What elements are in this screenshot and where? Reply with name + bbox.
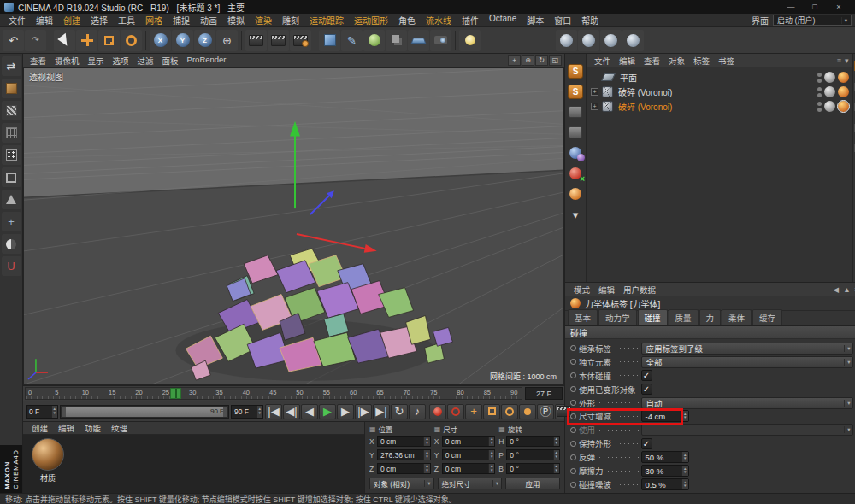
menu-帮助[interactable]: 帮助 — [576, 14, 604, 26]
dynamics-tag[interactable] — [838, 101, 849, 112]
material-menu-编辑[interactable]: 编辑 — [53, 422, 80, 434]
coord-field-位置-Y[interactable]: 276.36 cm▲▼ — [377, 449, 431, 460]
keyframe-dot-icon[interactable] — [570, 427, 576, 433]
object-menu-文件[interactable]: 文件 — [590, 55, 615, 67]
primitive-cube-icon[interactable] — [319, 30, 340, 51]
object-name[interactable]: 破碎 (Voronoi) — [616, 100, 674, 113]
material-ball-icon[interactable] — [600, 30, 622, 51]
keyframe-dot-icon[interactable] — [570, 400, 576, 406]
layers-tab-icon[interactable] — [849, 57, 855, 74]
dynamics-tag[interactable] — [838, 86, 849, 97]
coord-field-尺寸-X[interactable]: 0 cm▲▼ — [442, 436, 496, 447]
z-axis-lock-icon[interactable]: Z — [194, 30, 215, 51]
stepper-icon[interactable]: ▲▼ — [681, 411, 687, 421]
tab-质量[interactable]: 质量 — [669, 309, 699, 325]
goto-start-icon[interactable]: |◀ — [265, 404, 282, 419]
goto-end-icon[interactable]: ▶| — [373, 404, 390, 419]
snap-icon[interactable]: U — [2, 256, 21, 276]
render-marker-icon[interactable] — [555, 404, 572, 419]
object-name[interactable]: 破碎 (Voronoi) — [616, 85, 674, 98]
keyframe-dot-icon[interactable] — [570, 345, 576, 351]
coord-field-旋转-P[interactable]: 0 °▲▼ — [506, 449, 560, 460]
visibility-dots[interactable] — [817, 87, 822, 97]
stepper-icon[interactable]: ▲▼ — [553, 437, 559, 446]
stepper-icon[interactable]: ▲▼ — [423, 450, 429, 460]
visibility-dots[interactable] — [817, 73, 822, 83]
move-tool-icon[interactable] — [76, 30, 97, 51]
viewport-menu-查看[interactable]: 查看 — [26, 55, 50, 67]
record-point-level-icon[interactable]: Ⓟ — [537, 404, 554, 419]
range-end-field[interactable]: 90 F ▲▼ — [231, 405, 263, 419]
coord-size-select[interactable]: 绝对尺寸 ▾ — [438, 478, 503, 489]
stepper-icon[interactable]: ▲▼ — [488, 450, 494, 460]
collider-body-icon[interactable] — [566, 165, 585, 182]
select-独立元素[interactable]: 全部▾ — [641, 356, 853, 368]
keyframe-dot-icon[interactable] — [570, 372, 576, 378]
attr-menu-用户数据[interactable]: 用户数据 — [619, 284, 660, 296]
coordinate-system-icon[interactable]: ⊕ — [216, 30, 238, 51]
stepper-icon[interactable]: ▲▼ — [681, 479, 687, 489]
menu-Octane[interactable]: Octane — [484, 14, 522, 26]
menu-运动图形[interactable]: 运动图形 — [349, 14, 393, 26]
tab-动力学[interactable]: 动力学 — [598, 309, 637, 325]
coord-mode-select[interactable]: 对象 (相对) ▾ — [369, 478, 434, 489]
x-axis-lock-icon[interactable]: X — [150, 30, 171, 51]
material-menu-纹理[interactable]: 纹理 — [106, 422, 133, 434]
object-menu-查看[interactable]: 查看 — [640, 55, 664, 67]
select-外形[interactable]: 自动▾ — [641, 397, 853, 409]
viewport-solo-icon[interactable] — [2, 234, 21, 254]
history-up-icon[interactable]: ▲ — [843, 285, 850, 294]
tab-碰撞[interactable]: 碰撞 — [638, 309, 668, 325]
browser-tab-icon[interactable] — [849, 98, 855, 115]
undo-icon[interactable]: ↶ — [3, 30, 24, 51]
timeline-ruler[interactable]: 051015202530354045505560657075808590 — [25, 387, 522, 400]
coord-field-旋转-H[interactable]: 0 °▲▼ — [506, 436, 560, 447]
phong-tag[interactable] — [824, 72, 835, 83]
object-row[interactable]: +破碎 (Voronoi) — [587, 85, 852, 99]
stepper-icon[interactable]: ▲▼ — [51, 406, 57, 418]
menu-网格[interactable]: 网格 — [140, 14, 168, 26]
make-editable-icon[interactable]: ⇄ — [2, 56, 21, 76]
keyframe-dot-icon[interactable] — [570, 468, 576, 474]
layout-select[interactable]: 启动 (用户) ▾ — [773, 15, 852, 26]
object-menu-标签[interactable]: 标签 — [689, 55, 714, 67]
points-mode-icon[interactable] — [2, 145, 21, 165]
field-尺寸增减[interactable]: -4 cm▲▼ — [641, 410, 689, 422]
checkbox-本体碰撞[interactable]: ✓ — [641, 370, 652, 381]
menu-文件[interactable]: 文件 — [3, 14, 31, 26]
phong-tag[interactable] — [824, 86, 835, 97]
coord-field-位置-Z[interactable]: 0 cm▲▼ — [377, 463, 431, 474]
coord-field-尺寸-Y[interactable]: 0 cm▲▼ — [442, 449, 496, 460]
edges-mode-icon[interactable] — [2, 167, 21, 187]
menu-窗口[interactable]: 窗口 — [549, 14, 576, 26]
material-thumbnail[interactable]: 材质 — [28, 438, 68, 489]
object-menu-对象[interactable]: 对象 — [664, 55, 689, 67]
enable-axis-icon[interactable]: + — [2, 212, 21, 231]
menu-捕捉[interactable]: 捕捉 — [168, 14, 195, 26]
object-menu-编辑[interactable]: 编辑 — [615, 55, 640, 67]
field-摩擦力[interactable]: 30 %▲▼ — [641, 465, 689, 477]
menu-脚本[interactable]: 脚本 — [522, 14, 549, 26]
checkbox-使用已变形对象[interactable]: ✓ — [641, 384, 652, 395]
attr-menu-编辑[interactable]: 编辑 — [594, 284, 619, 296]
rigid-body-icon[interactable] — [566, 144, 585, 161]
rotate-view-icon[interactable]: ↻ — [535, 55, 548, 66]
viewport-menu-显示[interactable]: 显示 — [84, 55, 109, 67]
coord-field-旋转-B[interactable]: 0 °▲▼ — [506, 463, 560, 474]
record-scale-icon[interactable] — [483, 404, 500, 419]
play-icon[interactable]: ▶ — [319, 404, 336, 419]
cloth-icon[interactable] — [566, 103, 585, 120]
menu-渲染[interactable]: 渲染 — [250, 14, 277, 26]
select-继承标签[interactable]: 应用标签到子级▾ — [641, 343, 853, 355]
keyframe-dot-icon[interactable] — [570, 454, 576, 460]
keyframe-dot-icon[interactable] — [570, 482, 576, 488]
live-selection-icon[interactable] — [54, 30, 75, 51]
close-icon[interactable]: × — [827, 1, 851, 14]
coord-field-尺寸-Z[interactable]: 0 cm▲▼ — [442, 463, 496, 474]
viewport-menu-面板[interactable]: 面板 — [158, 55, 183, 67]
field-碰撞噪波[interactable]: 0.5 %▲▼ — [641, 478, 689, 490]
viewport-menu-选项[interactable]: 选项 — [109, 55, 133, 67]
viewport-menu-过滤[interactable]: 过滤 — [133, 55, 158, 67]
attr-menu-模式[interactable]: 模式 — [569, 284, 594, 296]
loop-mode-icon[interactable]: ↻ — [391, 404, 408, 419]
